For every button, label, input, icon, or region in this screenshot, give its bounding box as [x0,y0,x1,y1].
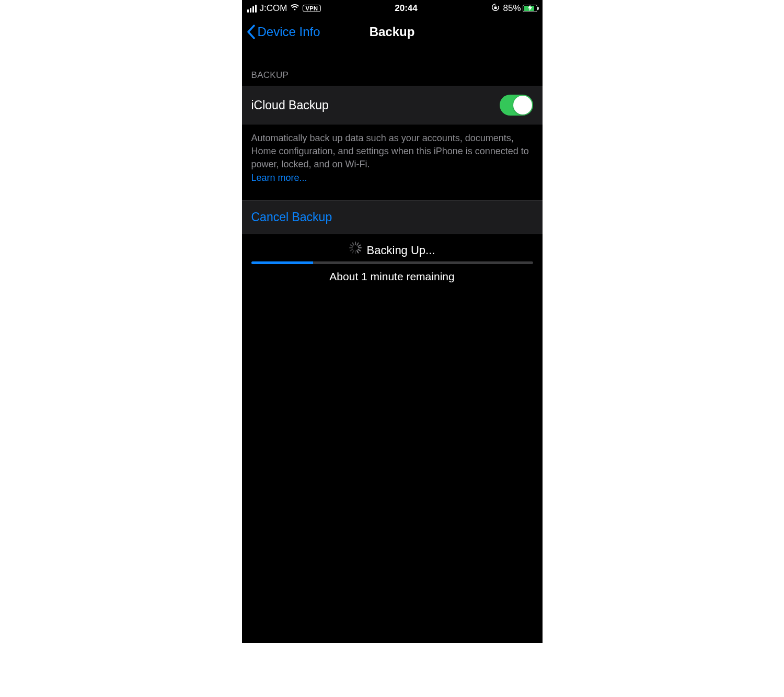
carrier-label: J:COM [260,3,287,14]
cellular-signal-icon [247,5,257,13]
battery-percent-label: 85% [503,3,521,14]
back-button[interactable]: Device Info [246,25,320,39]
cancel-backup-label: Cancel Backup [251,210,533,224]
section-header-backup: BACKUP [242,47,543,86]
learn-more-link[interactable]: Learn more... [251,173,307,183]
time-remaining-label: About 1 minute remaining [251,270,533,283]
backup-description-text: Automatically back up data such as your … [251,133,529,169]
toggle-knob [513,96,532,115]
icloud-backup-label: iCloud Backup [251,98,329,112]
backup-progress-block: Backing Up... About 1 minute remaining [242,234,543,283]
vpn-badge: VPN [303,5,320,12]
phone-screen: J:COM VPN 20:44 85% [242,0,543,643]
status-bar-right: 85% [491,3,537,14]
battery-indicator: 85% [503,3,537,14]
content-area: BACKUP iCloud Backup Automatically back … [242,47,543,283]
backup-status-row: Backing Up... [251,244,533,257]
cancel-backup-cell[interactable]: Cancel Backup [242,200,543,234]
status-bar-left: J:COM VPN [247,3,321,14]
orientation-lock-icon [491,3,500,14]
back-button-label: Device Info [258,25,320,39]
backup-progress-bar [251,261,533,264]
nav-bar: Device Info Backup [242,17,543,47]
chevron-left-icon [246,25,256,39]
wifi-icon [290,3,299,14]
status-time: 20:44 [395,3,417,14]
backup-status-label: Backing Up... [367,244,435,257]
status-bar: J:COM VPN 20:44 85% [242,0,543,17]
icloud-backup-toggle[interactable] [500,95,533,116]
battery-icon [523,5,537,12]
icloud-backup-cell[interactable]: iCloud Backup [242,86,543,124]
backup-description: Automatically back up data such as your … [242,124,543,200]
charging-bolt-icon [528,5,532,12]
spinner-icon [349,244,362,257]
backup-progress-fill [251,261,314,264]
